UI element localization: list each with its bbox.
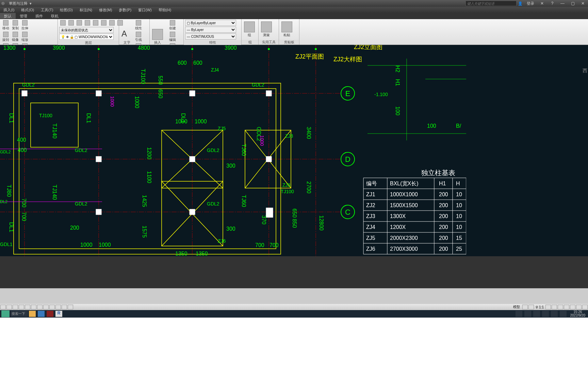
svg-text:TJ100: TJ100 bbox=[281, 189, 294, 194]
status-btn[interactable] bbox=[552, 305, 557, 309]
menu-item[interactable]: 窗口(W) bbox=[135, 7, 155, 13]
svg-text:100: 100 bbox=[427, 123, 436, 129]
status-btn[interactable] bbox=[13, 305, 18, 309]
tray-icon[interactable] bbox=[542, 311, 549, 317]
anno-scale[interactable]: ⚲ 1:1 bbox=[534, 305, 545, 309]
svg-text:1500X1500: 1500X1500 bbox=[390, 202, 418, 208]
menu-item[interactable]: 工具(T) bbox=[37, 7, 56, 13]
exchange-icon[interactable]: ✕ bbox=[537, 1, 547, 6]
layer-btn[interactable] bbox=[84, 20, 91, 26]
tray-icon[interactable] bbox=[551, 311, 558, 317]
layer-btn[interactable] bbox=[76, 20, 83, 26]
minimize-button[interactable]: — bbox=[557, 1, 568, 6]
modify-旋转[interactable]: 旋转 bbox=[1, 31, 10, 43]
status-btn[interactable] bbox=[25, 305, 30, 309]
modify-拉伸[interactable]: 拉伸 bbox=[20, 20, 29, 31]
status-btn[interactable] bbox=[68, 305, 73, 309]
svg-text:15: 15 bbox=[456, 235, 462, 241]
status-btn[interactable] bbox=[582, 305, 588, 309]
annot-item[interactable]: 引线 bbox=[134, 31, 143, 43]
task-revit[interactable]: R bbox=[55, 311, 62, 317]
ribbon-tab[interactable]: 插件 bbox=[31, 13, 47, 19]
status-btn[interactable] bbox=[558, 305, 563, 309]
current-layer-select[interactable]: 💡 ❄ 🔒 ▢ WINDOWWINDOW bbox=[59, 34, 114, 40]
modify-移动[interactable]: 移动 bbox=[1, 20, 10, 31]
menu-item[interactable]: 标注(N) bbox=[76, 7, 96, 13]
modify-缩放[interactable]: 缩放 bbox=[20, 31, 29, 43]
svg-text:100: 100 bbox=[395, 106, 401, 116]
layer-btn[interactable] bbox=[67, 20, 75, 26]
lineweight-select[interactable]: — ByLayer bbox=[185, 27, 236, 33]
color-select[interactable]: ▢ ByLayerByLayer bbox=[185, 20, 236, 26]
drawing-canvas[interactable]: 1300 3900 4800 3900 GDL2 GDL2 GDL2 GDL2 … bbox=[0, 45, 588, 256]
ribbon-tab[interactable]: 联机 bbox=[47, 13, 63, 19]
block-item[interactable]: 编辑 bbox=[165, 31, 180, 43]
svg-text:TJ100: TJ100 bbox=[39, 113, 52, 118]
status-btn[interactable] bbox=[576, 305, 582, 309]
menu-item[interactable]: 帮助(H) bbox=[155, 7, 175, 13]
measure-button[interactable]: 测量 bbox=[260, 21, 273, 38]
login-button[interactable]: 登录 bbox=[524, 1, 537, 6]
taskbar-search[interactable]: 搜索一下 bbox=[11, 311, 28, 317]
status-btn[interactable] bbox=[522, 305, 528, 309]
annot-item[interactable]: 线性 bbox=[134, 20, 143, 31]
status-btn[interactable] bbox=[31, 305, 36, 309]
svg-text:TJ80: TJ80 bbox=[6, 185, 12, 197]
menu-item[interactable]: 插入(I) bbox=[0, 7, 18, 13]
task-explorer[interactable] bbox=[29, 311, 36, 317]
tray-icon[interactable] bbox=[516, 311, 522, 317]
modify-复制[interactable]: 复制 bbox=[11, 20, 20, 31]
system-clock[interactable]: 15:262022/9/20 bbox=[568, 310, 588, 317]
menu-item[interactable]: 修改(M) bbox=[96, 7, 116, 13]
status-btn[interactable] bbox=[528, 305, 534, 309]
svg-text:200: 200 bbox=[439, 202, 448, 208]
menu-item[interactable]: 绘图(D) bbox=[56, 7, 76, 13]
modify-镜像[interactable]: 镜像 bbox=[11, 31, 20, 43]
insert-button[interactable]: 插入 bbox=[151, 29, 164, 45]
status-btn[interactable] bbox=[570, 305, 575, 309]
help-icon[interactable]: ? bbox=[547, 1, 557, 6]
status-btn[interactable] bbox=[564, 305, 569, 309]
svg-point-34 bbox=[191, 48, 193, 50]
layer-btn[interactable] bbox=[108, 20, 116, 26]
task-app[interactable] bbox=[47, 311, 53, 317]
svg-text:1350: 1350 bbox=[196, 251, 208, 256]
status-btn[interactable] bbox=[62, 305, 67, 309]
menu-item[interactable]: 参数(P) bbox=[115, 7, 135, 13]
status-btn[interactable] bbox=[49, 305, 55, 309]
layer-btn[interactable] bbox=[59, 20, 67, 26]
layer-state-select[interactable]: 未保存的图层状态 bbox=[59, 27, 114, 33]
status-btn[interactable] bbox=[19, 305, 24, 309]
status-btn[interactable] bbox=[43, 305, 49, 309]
status-btn[interactable] bbox=[37, 305, 43, 309]
ribbon-tab[interactable]: 管理 bbox=[16, 13, 31, 19]
tray-icon[interactable] bbox=[560, 311, 567, 317]
maximize-button[interactable]: ▢ bbox=[568, 1, 578, 6]
ribbon-tab[interactable]: 默认 bbox=[0, 13, 16, 19]
status-btn[interactable] bbox=[0, 305, 6, 309]
svg-text:TJ140: TJ140 bbox=[52, 185, 58, 200]
close-button[interactable]: ✕ bbox=[578, 1, 588, 6]
status-btn[interactable] bbox=[55, 305, 61, 309]
status-btn[interactable] bbox=[545, 305, 551, 309]
paste-button[interactable]: 粘贴 bbox=[280, 21, 293, 38]
tray-icon[interactable] bbox=[524, 311, 531, 317]
model-space[interactable]: 模型 bbox=[511, 305, 522, 309]
command-area[interactable] bbox=[0, 288, 588, 304]
group-button[interactable]: 组 bbox=[243, 21, 256, 38]
svg-text:1000: 1000 bbox=[259, 135, 265, 146]
start-button[interactable] bbox=[1, 310, 10, 317]
help-search-input[interactable] bbox=[466, 1, 517, 6]
svg-text:400: 400 bbox=[18, 147, 27, 153]
layer-btn[interactable] bbox=[100, 20, 108, 26]
title-dropdown-icon[interactable]: ▾ bbox=[28, 1, 34, 6]
layer-btn[interactable] bbox=[92, 20, 99, 26]
text-button[interactable]: A文字 bbox=[120, 29, 133, 45]
svg-text:200: 200 bbox=[70, 225, 79, 231]
linetype-select[interactable]: — CONTINUOUS bbox=[185, 33, 236, 40]
menu-item[interactable]: 格式(O) bbox=[18, 7, 37, 13]
status-btn[interactable] bbox=[6, 305, 12, 309]
block-item[interactable]: 创建 bbox=[165, 20, 180, 31]
tray-icon[interactable] bbox=[533, 311, 540, 317]
task-app[interactable] bbox=[38, 311, 45, 317]
